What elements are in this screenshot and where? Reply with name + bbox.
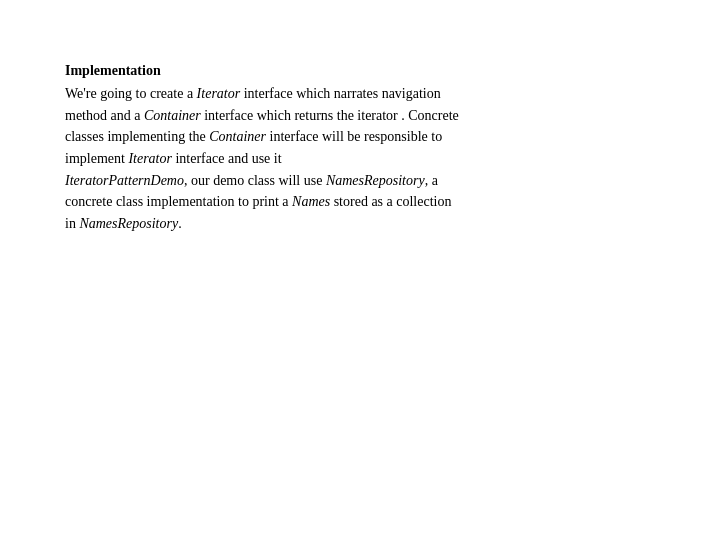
text-line5-mid: , our demo class will use [184,173,326,188]
description-paragraph: We're going to create a Iterator interfa… [65,83,655,235]
names-repository-1: NamesRepository [326,173,425,188]
section-heading: Implementation [65,60,655,81]
text-line2-mid: interface which returns the iterator . C… [201,108,459,123]
text-line7-pre: in [65,216,79,231]
names-1: Names [292,194,330,209]
iterator-1: Iterator [197,86,241,101]
text-line5-end: , a [425,173,438,188]
names-repository-2: NamesRepository [79,216,178,231]
iterator-2: Iterator [128,151,172,166]
content-area: Implementation We're going to create a I… [0,0,720,275]
text-line2-pre: method and a [65,108,144,123]
iterator-pattern-demo: IteratorPatternDemo [65,173,184,188]
text-line3-mid: interface will be responsible to [266,129,442,144]
text-line6-pre: concrete class implementation to print a [65,194,292,209]
container-1: Container [144,108,201,123]
text-line1-pre: We're going to create a [65,86,197,101]
text-line1-mid: interface which narrates navigation [240,86,441,101]
text-line4-mid: interface and use it [172,151,282,166]
text-line4-pre: implement [65,151,128,166]
text-line6-mid: stored as a collection [330,194,451,209]
text-line3-pre: classes implementing the [65,129,209,144]
text-line7-end: . [178,216,182,231]
container-2: Container [209,129,266,144]
